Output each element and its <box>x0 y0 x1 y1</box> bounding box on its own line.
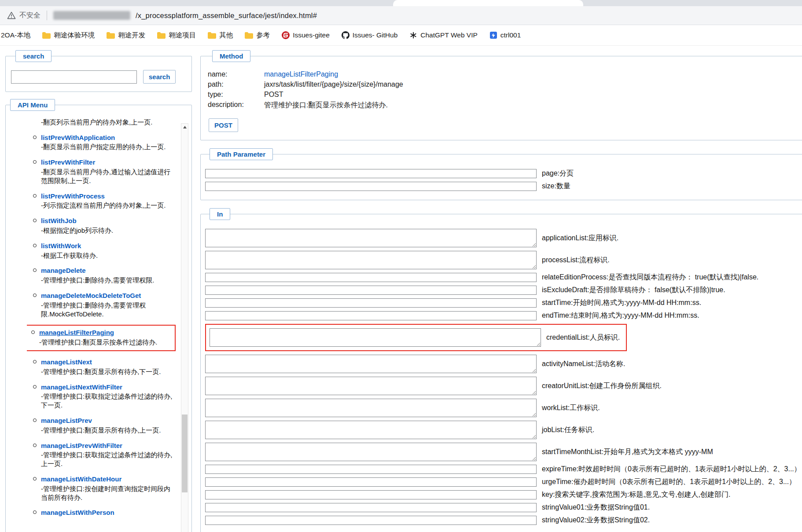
list-bullet-icon <box>33 510 37 514</box>
api-menu-legend: API Menu <box>10 99 55 111</box>
api-menu-item: manageListNext -管理维护接口:翻页显示所有待办,下一页. <box>29 358 177 376</box>
api-menu-scrollbar[interactable] <box>181 123 188 532</box>
parameter-textarea[interactable] <box>205 251 537 269</box>
bookmark-label: ChatGPT Web VIP <box>420 31 478 39</box>
address-bar[interactable]: 不安全 /x_processplatform_assemble_surface/… <box>0 6 802 25</box>
method-row: type: POST <box>208 91 802 99</box>
bookmark-item[interactable]: 翱途项目 <box>157 31 196 40</box>
bookmark-item[interactable]: Issues- GitHub <box>342 31 398 39</box>
parameter-row: activityNameList:活动名称. <box>205 355 802 373</box>
parameter-textarea[interactable] <box>205 377 537 395</box>
method-row: path: jaxrs/task/list/filter/{page}/size… <box>208 81 802 88</box>
api-method-link[interactable]: manageListPrev <box>41 416 92 425</box>
gitee-icon <box>282 31 290 39</box>
folder-icon <box>157 32 166 39</box>
warning-triangle-icon[interactable] <box>7 11 16 19</box>
parameter-row: urgeTime:催办超时时间（0表示所有已超时的、1表示超时1小时以上的、2、… <box>205 477 802 487</box>
api-method-link[interactable]: manageDelete <box>41 266 86 275</box>
bookmark-item[interactable]: 翱途开发 <box>107 31 145 40</box>
parameter-input[interactable] <box>205 311 537 320</box>
list-bullet-icon <box>33 418 37 422</box>
api-method-description: -根据工作获取待办. <box>41 251 177 260</box>
parameter-input[interactable] <box>205 298 537 308</box>
url-path[interactable]: /x_processplatform_assemble_surface/jest… <box>136 11 317 20</box>
parameter-input[interactable] <box>205 477 537 487</box>
parameter-input[interactable] <box>205 516 537 525</box>
list-bullet-icon <box>31 330 35 334</box>
parameter-textarea[interactable] <box>205 443 537 461</box>
parameter-label: relateEditionProcess:是否查找同版本流程待办： true(默… <box>542 273 758 282</box>
parameter-input[interactable] <box>205 503 537 512</box>
api-method-link[interactable]: listWithWork <box>41 242 81 250</box>
address-separator <box>47 11 47 20</box>
parameter-textarea[interactable] <box>205 399 537 417</box>
bookmark-item[interactable]: ctrl001 <box>489 31 521 39</box>
api-method-description: -管理维护接口:获取指定过滤条件过滤的待办,下一页. <box>41 392 177 410</box>
api-method-link[interactable]: manageDeleteMockDeleteToGet <box>41 291 141 300</box>
api-method-description: -管理维护接口:翻页显示所有待办,下一页. <box>41 367 177 376</box>
bookmark-label: 翱途项目 <box>169 31 196 40</box>
api-method-link[interactable]: listPrev <box>41 115 65 117</box>
parameter-row: workList:工作标识. <box>205 399 802 417</box>
parameter-textarea[interactable] <box>210 328 541 347</box>
parameter-input[interactable] <box>205 465 537 474</box>
parameter-label: credentialList:人员标识. <box>546 333 620 342</box>
api-method-link[interactable]: listWithJob <box>41 216 77 225</box>
api-method-description: -翻页显示当前用户待办,通过输入过滤值进行范围限制,上一页. <box>41 168 177 185</box>
api-method-link[interactable]: manageListPrevWithFilter <box>41 441 122 450</box>
search-button[interactable]: search <box>143 70 176 84</box>
api-method-link[interactable]: manageListWithDateHour <box>41 475 121 484</box>
parameter-label: isExcludeDraft:是否排除草稿待办： false(默认不排除)|tr… <box>542 286 725 295</box>
parameter-input[interactable] <box>205 169 537 178</box>
bookmark-item[interactable]: 其他 <box>208 31 233 40</box>
scrollbar-thumb[interactable] <box>182 415 188 492</box>
parameter-textarea[interactable] <box>205 229 537 247</box>
parameter-row: isExcludeDraft:是否排除草稿待办： false(默认不排除)|tr… <box>205 286 802 295</box>
bookmark-item[interactable]: 2OA-本地 <box>1 31 30 40</box>
page-content: search search API Menu listPrev -翻页列示当前用… <box>0 46 802 532</box>
api-method-link[interactable]: listPrevWithApplication <box>41 133 115 142</box>
security-warning-label: 不安全 <box>19 11 40 20</box>
bookmark-item[interactable]: 翱途体验环境 <box>42 31 95 40</box>
bookmark-item[interactable]: 参考 <box>245 31 270 40</box>
method-row-value[interactable]: manageListFilterPaging <box>264 70 338 78</box>
api-menu-item: manageListWithDateHour -管理维护接口:按创建时间查询指定… <box>29 475 177 502</box>
parameter-input[interactable] <box>205 182 537 191</box>
parameter-input[interactable] <box>205 490 537 499</box>
api-method-link[interactable]: manageListWithPerson <box>41 508 114 517</box>
method-row: name: manageListFilterPaging <box>208 70 802 78</box>
bookmark-label: ctrl001 <box>500 31 521 39</box>
folder-icon <box>208 32 216 39</box>
api-menu-item: listPrevWithFilter -翻页显示当前用户待办,通过输入过滤值进行… <box>29 158 177 185</box>
api-menu-item: listPrevWithApplication -翻页显示当前用户指定应用的待办… <box>29 133 177 152</box>
parameter-textarea[interactable] <box>205 355 537 373</box>
parameter-label: key:搜索关键字,搜索范围为:标题,意见,文号,创建人,创建部门. <box>542 490 730 499</box>
in-fields: applicationList:应用标识. processList:流程标识. … <box>205 229 802 525</box>
parameter-input[interactable] <box>205 273 537 282</box>
parameter-input[interactable] <box>205 286 537 295</box>
bookmark-label: 翱途体验环境 <box>54 31 95 40</box>
parameter-label: stringValue01:业务数据String值01. <box>542 503 650 512</box>
search-input[interactable] <box>11 70 137 84</box>
search-panel: search search <box>5 50 192 92</box>
api-method-link[interactable]: manageListNext <box>41 358 92 367</box>
method-row-key: type: <box>208 91 264 99</box>
ctrl001-icon <box>489 31 497 39</box>
api-method-link[interactable]: manageListNextWithFilter <box>41 383 122 392</box>
post-button[interactable]: POST <box>209 118 238 132</box>
api-method-link[interactable]: manageListFilterPaging <box>39 328 114 337</box>
bookmark-label: Issues-gitee <box>293 31 330 39</box>
parameter-textarea[interactable] <box>205 421 537 439</box>
bookmark-item[interactable]: ChatGPT Web VIP <box>409 31 478 39</box>
api-method-link[interactable]: listPrevWithProcess <box>41 192 105 201</box>
parameter-row: key:搜索关键字,搜索范围为:标题,意见,文号,创建人,创建部门. <box>205 490 802 499</box>
api-menu-item: manageListWithPerson <box>29 508 177 517</box>
path-parameter-legend: Path Parameter <box>210 148 273 160</box>
bookmark-label: 翱途开发 <box>118 31 145 40</box>
api-method-link[interactable]: listPrevWithFilter <box>41 158 95 167</box>
browser-tab[interactable] <box>393 0 583 6</box>
scrollbar-up-arrow-icon[interactable] <box>181 124 188 130</box>
bookmark-item[interactable]: Issues-gitee <box>282 31 330 39</box>
parameter-row: startTimeMonthList:开始年月,格式为文本格式 yyyy-MM <box>205 443 802 461</box>
api-menu-item: listPrev -翻页列示当前用户的待办对象,上一页. <box>29 115 177 127</box>
